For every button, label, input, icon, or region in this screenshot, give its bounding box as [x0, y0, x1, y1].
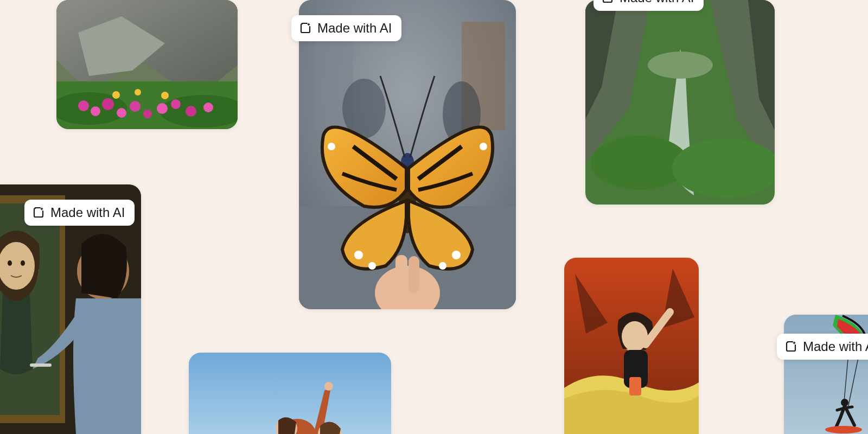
- svg-rect-26: [395, 255, 407, 293]
- badge-label: Made with AI: [803, 339, 868, 354]
- svg-rect-27: [409, 256, 419, 293]
- svg-point-13: [171, 99, 181, 109]
- sparkle-frame-icon: [784, 340, 797, 353]
- svg-point-69: [825, 426, 862, 433]
- svg-point-16: [112, 91, 120, 99]
- people-jumping-sky-image: [189, 353, 391, 434]
- image-card-butterfly[interactable]: [299, 0, 516, 309]
- svg-point-6: [78, 100, 89, 111]
- kitesurfer-image: [784, 315, 868, 434]
- svg-point-15: [203, 103, 213, 112]
- made-with-ai-badge: Made with AI: [291, 15, 401, 41]
- svg-point-9: [117, 108, 126, 118]
- svg-point-50: [21, 260, 25, 266]
- svg-point-11: [143, 110, 152, 118]
- svg-point-33: [439, 262, 446, 270]
- badge-label: Made with AI: [620, 0, 694, 5]
- image-card-jumping[interactable]: [189, 353, 391, 434]
- badge-label: Made with AI: [317, 21, 392, 36]
- svg-point-12: [157, 103, 168, 114]
- svg-point-31: [368, 262, 376, 270]
- svg-point-18: [161, 92, 169, 99]
- svg-point-34: [328, 143, 335, 150]
- sparkle-frame-icon: [601, 0, 614, 4]
- image-card-valley[interactable]: [585, 0, 775, 205]
- sparkle-frame-icon: [299, 22, 312, 35]
- svg-point-35: [480, 143, 487, 150]
- made-with-ai-badge: Made with AI: [24, 200, 135, 226]
- sparkle-frame-icon: [32, 206, 45, 219]
- made-with-ai-badge: Made with AI: [777, 334, 868, 360]
- badge-label: Made with AI: [50, 205, 125, 220]
- svg-point-43: [648, 52, 713, 79]
- svg-point-8: [102, 98, 114, 110]
- svg-point-17: [135, 89, 141, 95]
- svg-point-49: [8, 260, 12, 266]
- svg-point-14: [186, 106, 196, 117]
- person-in-orange-bedroom-image: [564, 258, 699, 434]
- svg-point-62: [324, 382, 333, 391]
- svg-point-30: [354, 251, 363, 259]
- butterfly-street-image: [299, 0, 516, 309]
- mountain-flowers-image: [56, 0, 238, 129]
- image-card-mountain-flowers[interactable]: [56, 0, 238, 129]
- made-with-ai-badge: Made with AI: [593, 0, 704, 11]
- svg-rect-60: [629, 377, 641, 395]
- svg-point-10: [130, 101, 141, 112]
- svg-point-32: [452, 251, 461, 259]
- svg-rect-53: [30, 363, 52, 367]
- image-card-bedroom[interactable]: [564, 258, 699, 434]
- green-valley-image: [585, 0, 775, 205]
- svg-point-7: [91, 106, 100, 116]
- image-card-kitesurf[interactable]: [784, 315, 868, 434]
